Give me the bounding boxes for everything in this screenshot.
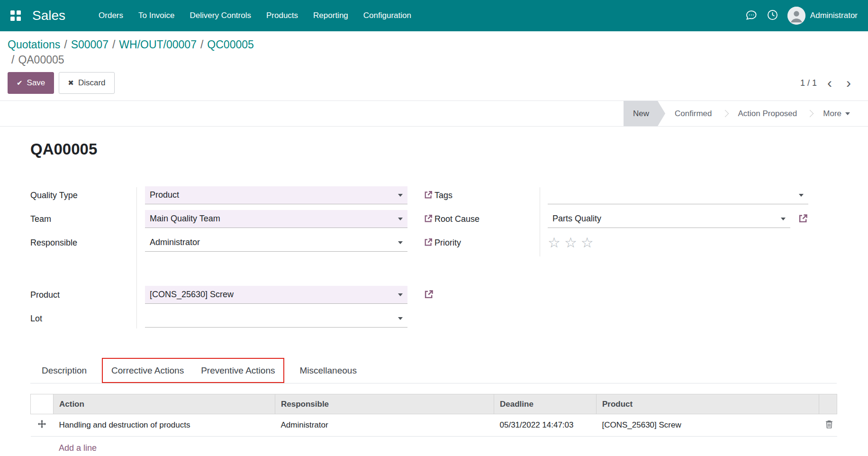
- discard-button-label: Discard: [78, 78, 106, 88]
- action-cell[interactable]: Handling and destruction of products: [54, 414, 275, 437]
- pager-previous-button[interactable]: ‹: [823, 76, 836, 90]
- trash-icon: [825, 423, 833, 430]
- breadcrumb-link-quotations[interactable]: Quotations: [8, 38, 60, 51]
- form-sheet: QA00005 Quality Type Product Tags: [0, 127, 868, 453]
- deadline-cell[interactable]: 05/31/2022 14:47:03: [494, 414, 597, 437]
- responsible-cell[interactable]: Administrator: [275, 414, 494, 437]
- breadcrumb-link-s00007[interactable]: S00007: [71, 38, 108, 51]
- nav-item-reporting[interactable]: Reporting: [306, 0, 356, 31]
- table-header-row: Action Responsible Deadline Product: [31, 394, 837, 414]
- control-panel: Quotations/S00007/WH/OUT/00007/QC00005 /…: [0, 31, 868, 101]
- root-cause-external-link-button[interactable]: [798, 213, 808, 225]
- apps-grid-icon: [10, 10, 21, 21]
- breadcrumb-separator: /: [197, 38, 207, 51]
- deadline-column-header[interactable]: Deadline: [494, 394, 597, 414]
- tab-description[interactable]: Description: [30, 358, 98, 383]
- activities-button[interactable]: [766, 9, 779, 23]
- root-cause-value: Parts Quality: [552, 214, 601, 224]
- tab-miscellaneous[interactable]: Miscellaneous: [288, 358, 368, 383]
- chat-icon: [745, 9, 758, 23]
- chevron-left-icon: ‹: [827, 75, 832, 91]
- quality-type-external-link-button[interactable]: [424, 190, 434, 201]
- clock-icon: [766, 9, 779, 23]
- tab-preventive-actions[interactable]: Preventive Actions: [192, 359, 283, 382]
- drag-handle-icon: [38, 421, 46, 430]
- team-field[interactable]: Main Quality Team: [145, 210, 407, 228]
- pager: 1 / 1 ‹ ›: [800, 76, 855, 90]
- notebook-tabs: Description Corrective Actions Preventiv…: [30, 358, 837, 383]
- annotation-highlight-box: Corrective Actions Preventive Actions: [102, 358, 284, 383]
- star-icon[interactable]: ☆: [581, 236, 594, 250]
- star-icon[interactable]: ☆: [564, 236, 577, 250]
- responsible-field[interactable]: Administrator: [145, 234, 407, 252]
- user-name: Administrator: [810, 11, 858, 20]
- drag-handle[interactable]: [31, 414, 54, 437]
- responsible-column-header[interactable]: Responsible: [275, 394, 494, 414]
- breadcrumb-current: QA00005: [18, 54, 64, 66]
- breadcrumb-link-wh-out-00007[interactable]: WH/OUT/00007: [119, 38, 197, 51]
- team-value: Main Quality Team: [150, 214, 220, 224]
- product-cell[interactable]: [CONS_25630] Screw: [597, 414, 819, 437]
- root-cause-field[interactable]: Parts Quality: [548, 210, 790, 228]
- x-icon: ✖: [68, 79, 74, 87]
- priority-field: ☆ ☆ ☆: [548, 236, 594, 250]
- product-external-link-button[interactable]: [424, 289, 434, 301]
- quality-type-label: Quality Type: [30, 191, 136, 201]
- product-value: [CONS_25630] Screw: [150, 290, 234, 300]
- nav-item-products[interactable]: Products: [259, 0, 306, 31]
- messages-button[interactable]: [745, 9, 758, 23]
- nav-item-orders[interactable]: Orders: [91, 0, 131, 31]
- page-title: QA00005: [30, 140, 837, 159]
- responsible-external-link-button[interactable]: [424, 237, 434, 248]
- delete-row-button[interactable]: [825, 420, 833, 430]
- statusbar-step-label: Confirmed: [675, 109, 712, 119]
- tab-label: Description: [42, 365, 87, 376]
- lot-label: Lot: [30, 314, 136, 324]
- add-line-row: Add a line: [30, 437, 837, 453]
- external-link-icon: [424, 289, 434, 301]
- nav-item-delivery-controls[interactable]: Delivery Controls: [182, 0, 259, 31]
- apps-menu-button[interactable]: [10, 10, 21, 21]
- quality-type-field[interactable]: Product: [145, 186, 407, 204]
- statusbar-more-label: More: [823, 109, 841, 119]
- statusbar-step-label: New: [633, 109, 649, 119]
- tags-field[interactable]: [548, 186, 808, 204]
- statusbar-step-confirmed[interactable]: Confirmed: [665, 101, 721, 126]
- responsible-value: Administrator: [150, 237, 200, 247]
- caret-down-icon: [398, 241, 403, 244]
- add-a-line-link[interactable]: Add a line: [59, 443, 97, 453]
- root-cause-label: Root Cause: [434, 214, 540, 224]
- star-icon[interactable]: ☆: [548, 236, 561, 250]
- statusbar-step-action-proposed[interactable]: Action Proposed: [729, 101, 807, 126]
- product-column-header[interactable]: Product: [597, 394, 819, 414]
- lot-field[interactable]: [145, 310, 407, 328]
- user-menu[interactable]: Administrator: [787, 7, 858, 25]
- responsible-label: Responsible: [30, 238, 136, 248]
- chevron-right-icon: ›: [846, 75, 851, 91]
- tab-corrective-actions[interactable]: Corrective Actions: [103, 359, 192, 382]
- avatar: [787, 7, 805, 25]
- team-label: Team: [30, 214, 136, 224]
- statusbar-step-new[interactable]: New: [624, 101, 665, 126]
- action-column-header[interactable]: Action: [54, 394, 275, 414]
- external-link-icon: [424, 190, 433, 201]
- save-button-label: Save: [27, 78, 45, 88]
- statusbar-more-button[interactable]: More: [814, 101, 859, 126]
- caret-down-icon: [799, 194, 804, 197]
- nav-item-to-invoice[interactable]: To Invoice: [131, 0, 182, 31]
- discard-button[interactable]: ✖ Discard: [59, 72, 114, 94]
- app-name[interactable]: Sales: [32, 8, 65, 23]
- product-field[interactable]: [CONS_25630] Screw: [145, 286, 407, 304]
- tab-label: Corrective Actions: [111, 365, 184, 376]
- pager-next-button[interactable]: ›: [842, 76, 855, 90]
- team-external-link-button[interactable]: [424, 214, 434, 225]
- breadcrumb-link-qc00005[interactable]: QC00005: [207, 38, 253, 51]
- save-button[interactable]: ✔ Save: [8, 72, 54, 94]
- top-navbar: Sales Orders To Invoice Delivery Control…: [0, 0, 868, 31]
- nav-item-configuration[interactable]: Configuration: [356, 0, 419, 31]
- form-fields: Quality Type Product Tags Team: [30, 183, 837, 330]
- quality-type-value: Product: [150, 190, 179, 200]
- column-header-label: Product: [602, 400, 633, 409]
- column-header-label: Action: [59, 400, 84, 409]
- handle-column-header: [31, 394, 54, 414]
